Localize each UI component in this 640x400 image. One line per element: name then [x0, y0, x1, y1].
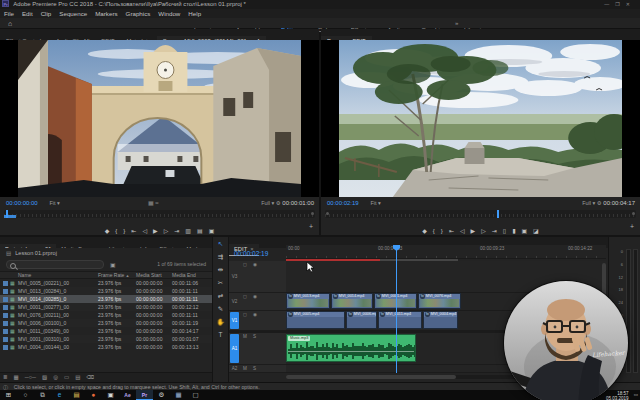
table-row[interactable]: ▦MVI_0001_(00277)_0023.976 fps00:00:00:0…	[0, 303, 212, 311]
zoom-handle-icon[interactable]	[311, 212, 314, 215]
premiere-icon[interactable]: Pr	[136, 390, 153, 400]
panel-tab[interactable]: Libraries	[104, 244, 135, 248]
timeline-clip[interactable]: fxMVI_0014.mp4	[331, 293, 373, 309]
lock-icon[interactable]: ◻	[243, 262, 247, 267]
program-zoom-level-dropdown[interactable]: Fit ▾	[370, 200, 380, 206]
track-header-v2[interactable]: V2◻◉	[229, 293, 286, 311]
table-row[interactable]: ▦MVI_0001_(00310)_0023.976 fps00:00:00:0…	[0, 335, 212, 343]
mute-icon[interactable]: M	[243, 366, 247, 371]
lock-icon[interactable]: ◻	[243, 294, 247, 299]
panel-tab[interactable]: Project: Lesson 01	[0, 244, 56, 248]
app-icon[interactable]: ▣	[102, 390, 119, 400]
source-resolution-dropdown[interactable]: Full ▾	[261, 200, 274, 206]
timeline-ruler[interactable]: 00:0000:00:04:2300:00:09:2300:00:14:22	[286, 245, 606, 259]
table-row[interactable]: ▦MVI_0006_(00100)_023.976 fps00:00:00:00…	[0, 319, 212, 327]
breadcrumb[interactable]: ▤Lesson 01.prproj	[6, 250, 57, 256]
column-header-media-start[interactable]: Media Start	[136, 272, 162, 279]
menu-markers[interactable]: Markers	[91, 9, 121, 18]
new-item-icon[interactable]: ▤	[75, 374, 80, 380]
toggle-track-output-icon[interactable]: ◉	[253, 294, 257, 299]
menu-help[interactable]: Help	[184, 9, 205, 18]
taskbar-clock[interactable]: 18:57 05.03.2019	[606, 390, 629, 400]
razor-tool[interactable]: ✂	[213, 276, 228, 289]
program-scrubber[interactable]	[325, 210, 636, 218]
zoom-slider-icon[interactable]: ─○─	[25, 374, 36, 380]
pen-tool[interactable]: ✎	[213, 302, 228, 315]
search-input[interactable]	[6, 260, 104, 269]
timeline-clip[interactable]: fxMVI_0004.mp4	[423, 311, 458, 329]
table-row[interactable]: ▦MVI_0076_(00211)_0023.976 fps00:00:00:0…	[0, 311, 212, 319]
delete-icon[interactable]: ⌫	[86, 374, 94, 380]
table-row[interactable]: ▦MVI_0011_(00349)_0023.976 fps00:00:00:0…	[0, 327, 212, 335]
program-video-frame[interactable]	[321, 40, 640, 197]
table-row[interactable]: ▦MVI_0004_(00144)_0023.976 fps00:00:00:0…	[0, 343, 212, 351]
hand-tool[interactable]: ✋	[213, 315, 228, 328]
panel-tab[interactable]: Effects	[154, 244, 181, 248]
new-search-bin-icon[interactable]: ▣	[110, 261, 116, 268]
timeline-clip[interactable]: fxMVI_0006.mp4	[346, 311, 377, 329]
label-color-chip[interactable]	[3, 345, 8, 350]
timeline-clip[interactable]: fxMVI_0076.mp4	[418, 293, 461, 309]
track-header-a1[interactable]: A1MS	[229, 333, 286, 365]
program-timecode[interactable]: 00:00:02:19	[327, 200, 359, 206]
close-button[interactable]: ✕	[626, 1, 636, 7]
source-zoom-level-dropdown[interactable]: Fit ▾	[49, 200, 59, 206]
toggle-track-output-icon[interactable]: ◉	[253, 312, 257, 317]
track-target-a2[interactable]: A2	[230, 366, 239, 371]
source-scrubber[interactable]	[4, 210, 315, 218]
after-effects-icon[interactable]: Ae	[119, 390, 136, 400]
minimize-button[interactable]: —	[604, 1, 615, 7]
settings-wrench-icon[interactable]: ⚙	[276, 200, 281, 206]
selection-tool[interactable]: ↖	[213, 237, 228, 250]
app2-icon[interactable]: ▦	[170, 390, 187, 400]
icon-view-icon[interactable]: ▦	[14, 374, 19, 380]
label-color-chip[interactable]	[3, 337, 8, 342]
panel-tab[interactable]: Media Browser	[56, 244, 103, 248]
mute-icon[interactable]: M	[243, 334, 247, 339]
menu-clip[interactable]: Clip	[37, 9, 56, 18]
label-color-chip[interactable]	[3, 329, 8, 334]
list-view-icon[interactable]: ≣	[3, 374, 8, 380]
table-row[interactable]: ▦MVI_0013_(00284)_023.976 fps00:00:00:00…	[0, 287, 212, 295]
find-icon[interactable]: ◎	[53, 374, 58, 380]
source-video-frame[interactable]	[0, 40, 319, 197]
panel-tab[interactable]: Info	[135, 244, 154, 248]
timeline-clip[interactable]: fxMVI_0011.mp4	[378, 311, 422, 329]
button-editor-add-icon[interactable]: +	[630, 219, 634, 234]
new-bin-icon[interactable]: ▭	[64, 374, 69, 380]
notifications-icon[interactable]: ▭	[634, 390, 638, 400]
maximize-button[interactable]: ❐	[615, 1, 625, 7]
zoom-handle-icon[interactable]	[326, 212, 329, 215]
source-timecode[interactable]: 00:00:00:00	[6, 200, 38, 206]
timeline-clip[interactable]: fxMVI_0013.mp4	[286, 293, 330, 309]
timeline-timecode[interactable]: 00:00:02:19	[234, 250, 268, 257]
menu-sequence[interactable]: Sequence	[55, 9, 91, 18]
task-view-button[interactable]: ⧉	[34, 390, 51, 400]
zoom-handle-icon[interactable]	[632, 212, 635, 215]
track-select-forward-tool[interactable]: ⇶	[213, 250, 228, 263]
timeline-clip[interactable]: fxMVI_0005.mp4	[286, 311, 345, 329]
slip-tool[interactable]: ⇄	[213, 289, 228, 302]
menu-graphics[interactable]: Graphics	[122, 9, 155, 18]
menu-window[interactable]: Window	[154, 9, 184, 18]
label-color-chip[interactable]	[3, 297, 8, 302]
toggle-track-output-icon[interactable]: ◉	[253, 262, 257, 267]
track-target-v1[interactable]: V1	[230, 312, 239, 329]
start-button[interactable]: ⊞	[0, 390, 17, 400]
file-explorer-icon[interactable]: ▤	[68, 390, 85, 400]
app3-icon[interactable]: ▢	[187, 390, 204, 400]
scrollbar-thumb[interactable]	[286, 375, 456, 379]
panel-tab[interactable]: Markers	[181, 244, 211, 248]
label-color-chip[interactable]	[3, 321, 8, 326]
track-header-v3[interactable]: V3◻◉	[229, 261, 286, 293]
settings-icon[interactable]: ⚙	[153, 390, 170, 400]
label-color-chip[interactable]	[3, 305, 8, 310]
settings-wrench-icon[interactable]: ⚙	[597, 200, 602, 206]
edge-icon[interactable]: e	[51, 390, 68, 400]
home-icon[interactable]: ⌂	[8, 18, 12, 29]
column-header-name[interactable]: Name	[18, 272, 31, 279]
track-header-v1[interactable]: V1◻◉	[229, 311, 286, 331]
label-color-chip[interactable]	[3, 313, 8, 318]
button-editor-add-icon[interactable]: +	[309, 219, 313, 234]
column-header-media-end[interactable]: Media End	[172, 272, 196, 279]
